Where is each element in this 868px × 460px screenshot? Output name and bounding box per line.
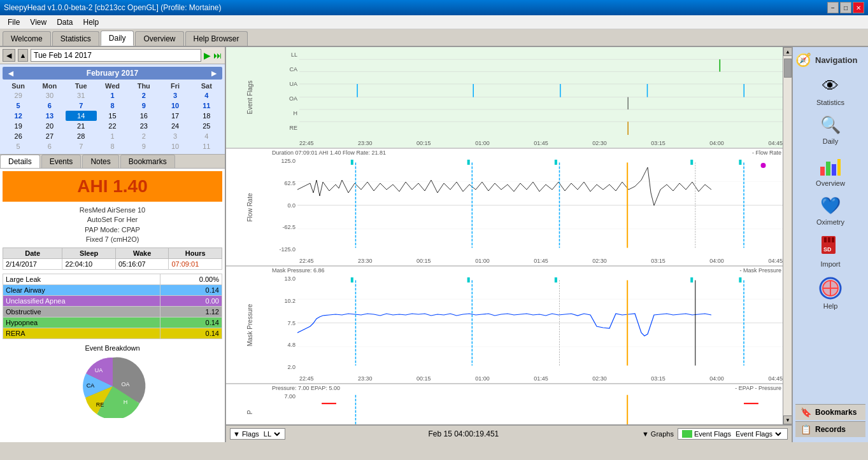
menu-data[interactable]: Data	[52, 17, 78, 28]
nav-panel: 🧭 Navigation 👁 Statistics 🔍 Daily Overvi…	[792, 47, 868, 442]
calendar-day[interactable]: 19	[3, 121, 34, 131]
calendar-day[interactable]: 3	[159, 90, 190, 101]
date-go-button[interactable]: ▶	[204, 50, 211, 60]
date-input[interactable]	[31, 49, 201, 62]
main-layout: ◀ ▲ ▶ ⏭ ◄ February 2017 ► SunMonTueWedTh…	[0, 47, 868, 442]
flags-select[interactable]: LL	[261, 429, 282, 438]
calendar-day[interactable]: 10	[159, 141, 190, 151]
records-button[interactable]: 📋 Records	[795, 421, 865, 437]
calendar-toggle-button[interactable]: ▲	[18, 49, 28, 62]
sub-tab-details[interactable]: Details	[0, 155, 40, 168]
nav-overview[interactable]: Overview	[795, 150, 865, 191]
calendar-day[interactable]: 13	[34, 111, 65, 121]
calendar-day[interactable]: 22	[97, 121, 128, 131]
epap-inner[interactable]: Pressure: 7.00 EPAP: 5.00 - EPAP - Press…	[271, 384, 783, 428]
calendar-day[interactable]: 23	[128, 121, 159, 131]
sub-tab-notes[interactable]: Notes	[82, 155, 118, 168]
menu-view[interactable]: View	[25, 17, 52, 28]
col-wake: Wake	[115, 247, 169, 258]
cal-next-button[interactable]: ►	[210, 68, 218, 78]
calendar-day[interactable]: 4	[191, 90, 222, 101]
calendar-day[interactable]: 25	[191, 121, 222, 131]
nav-statistics[interactable]: 👁 Statistics	[795, 73, 865, 110]
date-jump-button[interactable]: ⏭	[213, 50, 222, 60]
calendar-day[interactable]: 15	[97, 111, 128, 121]
calendar-day[interactable]: 21	[66, 121, 97, 131]
cal-prev-button[interactable]: ◄	[6, 68, 15, 78]
calendar-day[interactable]: 11	[191, 101, 222, 111]
nav-import[interactable]: SD Import	[795, 231, 865, 272]
calendar-day[interactable]: 24	[159, 121, 190, 131]
sub-tab-events[interactable]: Events	[41, 155, 82, 168]
graphs-button[interactable]: ▼ Graphs	[642, 430, 674, 438]
svg-rect-55	[832, 164, 836, 176]
menu-file[interactable]: File	[3, 17, 25, 28]
cal-day-header-thu: Thu	[128, 81, 159, 90]
calendar-day[interactable]: 28	[66, 131, 97, 141]
event-flags-dropdown[interactable]: Event Flags Event Flags	[678, 428, 788, 440]
calendar-day[interactable]: 29	[3, 90, 34, 101]
calendar-day[interactable]: 5	[3, 141, 34, 151]
menu-help[interactable]: Help	[78, 17, 104, 28]
calendar-day[interactable]: 7	[66, 141, 97, 151]
calendar-day[interactable]: 18	[191, 111, 222, 121]
calendar-day[interactable]: 27	[34, 131, 65, 141]
calendar-day[interactable]: 17	[159, 111, 190, 121]
tab-statistics[interactable]: Statistics	[52, 31, 99, 46]
mask-pressure-header: Mask Pressure: 6.86 - Mask Pressure	[272, 267, 781, 274]
calendar-day[interactable]: 1	[97, 131, 128, 141]
calendar-day[interactable]: 12	[3, 111, 34, 121]
calendar-day[interactable]: 16	[128, 111, 159, 121]
maximize-button[interactable]: □	[840, 2, 851, 13]
calendar-day[interactable]: 6	[34, 141, 65, 151]
nav-oximetry[interactable]: 💙 Oximetry	[795, 192, 865, 230]
calendar-day[interactable]: 9	[128, 141, 159, 151]
tab-welcome[interactable]: Welcome	[3, 31, 51, 46]
date-prev-button[interactable]: ◀	[3, 49, 15, 62]
calendar-day[interactable]: 8	[97, 101, 128, 111]
calendar-day[interactable]: 1	[97, 90, 128, 101]
nav-help[interactable]: Help	[795, 273, 865, 314]
event-flags-inner[interactable]: LL CA UA OA H RE	[271, 47, 783, 135]
scroll-track[interactable]	[783, 56, 792, 415]
calendar-row: 567891011	[3, 101, 222, 111]
mask-pressure-inner[interactable]: Mask Pressure: 6.86 - Mask Pressure 13.0…	[271, 267, 783, 370]
flags-dropdown[interactable]: ▼ Flags LL	[230, 428, 285, 440]
nav-daily[interactable]: 🔍 Daily	[795, 111, 865, 149]
minimize-button[interactable]: −	[827, 2, 839, 13]
flow-rate-header: Duration 07:09:01 AHI 1.40 Flow Rate: 21…	[272, 150, 781, 156]
calendar-day[interactable]: 20	[34, 121, 65, 131]
event-flags-select[interactable]: Event Flags	[733, 429, 783, 438]
tab-daily[interactable]: Daily	[101, 31, 134, 46]
calendar-day[interactable]: 9	[128, 101, 159, 111]
svg-rect-45	[467, 277, 470, 282]
sub-tab-bookmarks[interactable]: Bookmarks	[120, 155, 175, 168]
scroll-up-button[interactable]: ▲	[783, 47, 792, 56]
calendar-day[interactable]: 6	[34, 101, 65, 111]
tab-help-browser[interactable]: Help Browser	[185, 31, 248, 46]
tab-overview[interactable]: Overview	[135, 31, 183, 46]
right-panel: Event Flags LL CA UA OA H RE	[226, 47, 792, 442]
chart-scrollbar[interactable]: ▲ ▼	[783, 47, 792, 424]
flow-rate-inner[interactable]: Duration 07:09:01 AHI 1.40 Flow Rate: 21…	[271, 149, 783, 253]
calendar-day[interactable]: 10	[159, 101, 190, 111]
scroll-down-button[interactable]: ▼	[783, 415, 792, 424]
calendar-day[interactable]: 26	[3, 131, 34, 141]
calendar-day[interactable]: 7	[66, 101, 97, 111]
calendar-day[interactable]: 31	[66, 90, 97, 101]
calendar-day[interactable]: 8	[97, 141, 128, 151]
event-value: 0.14	[160, 317, 222, 328]
calendar-day[interactable]: 3	[159, 131, 190, 141]
calendar-day[interactable]: 2	[128, 90, 159, 101]
close-button[interactable]: ✕	[853, 2, 864, 13]
calendar-day[interactable]: 4	[191, 131, 222, 141]
calendar-day[interactable]: 5	[3, 101, 34, 111]
calendar-day[interactable]: 11	[191, 141, 222, 151]
calendar-day[interactable]: 30	[34, 90, 65, 101]
calendar-day[interactable]: 14	[66, 111, 97, 121]
bookmarks-button[interactable]: 🔖 Bookmarks	[795, 404, 865, 420]
y-ll: LL	[271, 52, 297, 58]
calendar-day[interactable]: 2	[128, 131, 159, 141]
scroll-thumb[interactable]	[784, 59, 792, 78]
epap-right-label: - EPAP - Pressure	[735, 385, 781, 391]
